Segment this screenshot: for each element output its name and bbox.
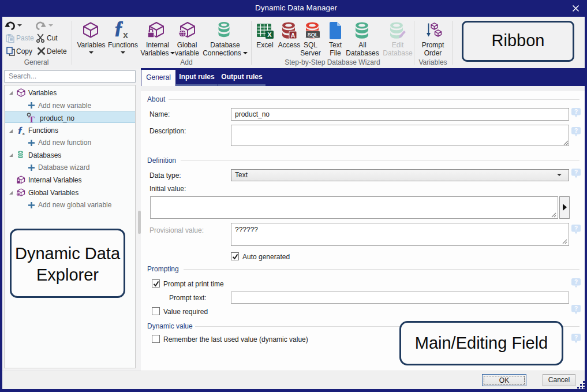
svg-text:?: ? — [574, 128, 578, 134]
svg-text:A: A — [291, 32, 296, 39]
svg-text:?: ? — [574, 279, 578, 285]
svg-text:T: T — [29, 114, 35, 124]
svg-text:?: ? — [574, 109, 578, 115]
svg-text:ƒ: ƒ — [18, 126, 23, 135]
svg-text:x: x — [23, 131, 25, 136]
svg-text:?: ? — [574, 334, 578, 341]
svg-text:ƒ: ƒ — [114, 20, 124, 38]
svg-text:?: ? — [574, 169, 578, 176]
svg-text:X: X — [267, 31, 272, 38]
svg-text:SQL: SQL — [308, 32, 319, 38]
svg-text:?: ? — [574, 225, 578, 232]
svg-text:x: x — [123, 30, 128, 39]
svg-text:?: ? — [574, 305, 578, 312]
